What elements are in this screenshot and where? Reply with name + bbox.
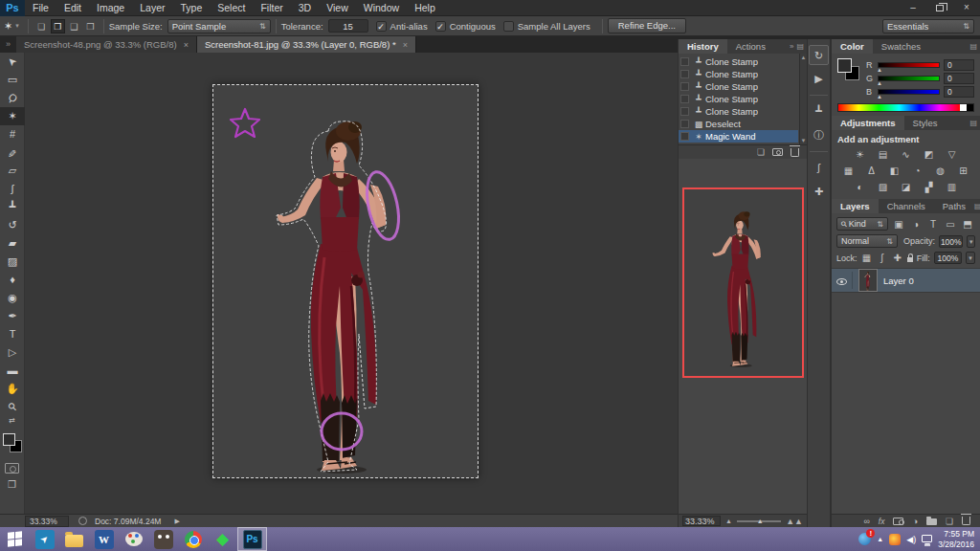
chevron-down-icon[interactable]: ▾ — [966, 252, 975, 264]
contiguous-checkbox[interactable]: ✓ — [435, 21, 446, 32]
tab-adjustments[interactable]: Adjustments — [832, 116, 904, 130]
history-state-clone-stamp[interactable]: ┻Clone Stamp — [679, 55, 798, 68]
actions-play-icon[interactable]: ▶ — [809, 69, 829, 89]
sample-all-layers-checkbox[interactable] — [503, 21, 514, 32]
quick-mask-icon[interactable] — [5, 463, 19, 474]
slider-thumb[interactable]: ▲ — [877, 80, 882, 86]
taskbar-clock[interactable]: 7:55 PM 3/28/2016 — [938, 529, 974, 550]
delete-state-trash-icon[interactable] — [791, 148, 799, 157]
taskbar-app-file-explorer[interactable] — [59, 527, 89, 551]
blue-value-input[interactable]: 0 — [944, 86, 974, 98]
foreground-color-swatch[interactable] — [837, 58, 852, 73]
history-state-magic-wand[interactable]: ✶Magic Wand — [679, 130, 798, 143]
blue-slider[interactable]: ▲ — [878, 89, 940, 95]
status-options-arrow-icon[interactable]: ▶ — [174, 518, 179, 525]
tab-actions[interactable]: Actions — [727, 39, 774, 54]
color-lookup-icon[interactable]: ⊞ — [956, 165, 970, 177]
eyedropper-tool-icon[interactable]: ✐ — [0, 143, 25, 162]
info-icon[interactable]: ⓘ — [809, 125, 829, 145]
menu-type[interactable]: Type — [172, 0, 210, 16]
photo-filter-icon[interactable]: ◔ — [910, 165, 924, 177]
menu-select[interactable]: Select — [210, 0, 253, 16]
black-white-icon[interactable]: ◧ — [887, 165, 902, 177]
hidden-icons-arrow-icon[interactable]: ▲ — [877, 536, 883, 542]
document-canvas[interactable] — [212, 84, 479, 478]
fill-input[interactable]: 100% — [934, 252, 963, 264]
slider-thumb[interactable]: ▲ — [877, 67, 882, 73]
intersect-selection-icon[interactable]: ❒ — [83, 19, 98, 33]
status-zoom-input[interactable]: 33.33% — [25, 516, 69, 527]
history-state-clone-stamp[interactable]: ┻Clone Stamp — [679, 93, 798, 105]
network-monitor-icon[interactable] — [922, 535, 932, 542]
tool-preset-picker[interactable]: ✶ ▾ — [0, 20, 23, 33]
restore-icon[interactable] — [926, 0, 953, 15]
navigator-zoom-input[interactable]: 33.33% — [682, 516, 721, 526]
threshold-icon[interactable]: ◪ — [899, 181, 913, 193]
history-source-well[interactable] — [680, 107, 689, 116]
path-selection-tool-icon[interactable]: ▷ — [0, 343, 25, 362]
brush-tool-icon[interactable]: ʃ — [0, 180, 25, 198]
menu-image[interactable]: Image — [89, 0, 132, 16]
tab-styles[interactable]: Styles — [904, 116, 947, 130]
slider-thumb[interactable]: ▲ — [877, 94, 882, 99]
spot-healing-brush-tool-icon[interactable]: ▱ — [0, 162, 25, 180]
history-source-well[interactable] — [680, 70, 689, 78]
green-value-input[interactable]: 0 — [944, 73, 974, 84]
new-layer-icon[interactable]: ❏ — [946, 517, 953, 526]
swap-colors-icon[interactable]: ⇄ — [0, 416, 24, 426]
dodge-tool-icon[interactable]: ◉ — [0, 289, 25, 307]
canvas-pasteboard[interactable] — [25, 53, 678, 514]
clone-stamp-tool-icon[interactable]: ┻ — [0, 198, 25, 216]
posterize-icon[interactable]: ▨ — [876, 181, 890, 193]
sample-size-dropdown[interactable]: Point Sample ⇅ — [167, 19, 271, 33]
taskbar-app-paint[interactable] — [119, 527, 148, 551]
tab-screenshot-81[interactable]: Screenshot-81.jpg @ 33.3% (Layer 0, RGB/… — [197, 36, 416, 53]
start-button[interactable] — [0, 527, 30, 551]
taskbar-app-gimp[interactable] — [148, 527, 178, 551]
hue-saturation-icon[interactable]: ▦ — [841, 165, 856, 177]
link-layers-icon[interactable]: ∞ — [863, 517, 869, 526]
scroll-down-icon[interactable]: ▼ — [801, 138, 807, 143]
panel-menu-icon[interactable]: ▤ — [974, 202, 980, 210]
navigator-proxy-view[interactable] — [682, 187, 804, 378]
taskbar-app-chrome[interactable] — [178, 527, 208, 551]
opacity-input[interactable]: 100% — [939, 235, 963, 248]
lock-all-icon[interactable] — [907, 257, 913, 262]
panel-menu-icon[interactable]: ▤ — [969, 119, 977, 127]
delete-layer-trash-icon[interactable] — [962, 517, 970, 525]
move-tool-icon[interactable]: ➤ — [0, 53, 25, 71]
clone-source-icon[interactable]: ┻ — [809, 101, 829, 121]
menu-help[interactable]: Help — [407, 0, 443, 16]
security-tray-icon[interactable] — [889, 534, 901, 545]
tab-paths[interactable]: Paths — [934, 199, 974, 213]
type-tool-icon[interactable]: T — [0, 325, 25, 343]
selective-color-icon[interactable]: ▥ — [945, 181, 959, 193]
close-icon[interactable]: × — [953, 0, 980, 15]
blend-mode-dropdown[interactable]: Normal ⇅ — [836, 234, 898, 248]
refine-edge-button[interactable]: Refine Edge... — [608, 18, 686, 33]
add-mask-icon[interactable] — [893, 518, 903, 525]
history-state-clone-stamp[interactable]: ┻Clone Stamp — [679, 80, 798, 93]
layer-style-fx-icon[interactable]: fx — [879, 517, 885, 526]
taskbar-app-photoshop[interactable]: Ps — [237, 527, 267, 551]
alert-tray-icon[interactable] — [858, 533, 871, 545]
channel-mixer-icon[interactable]: ◍ — [933, 165, 947, 177]
hand-tool-icon[interactable]: ✋ — [0, 380, 25, 398]
history-state-clone-stamp[interactable]: ┻Clone Stamp — [679, 105, 798, 118]
menu-view[interactable]: View — [319, 0, 356, 16]
tab-overflow-icon[interactable]: » — [0, 36, 16, 53]
history-state-deselect[interactable]: ▩Deselect — [679, 118, 798, 130]
lock-transparent-icon[interactable]: ▦ — [861, 253, 873, 263]
history-source-well[interactable] — [680, 132, 689, 141]
foreground-color-swatch[interactable] — [3, 433, 15, 446]
vibrance-icon[interactable]: ▽ — [945, 148, 959, 161]
red-slider[interactable]: ▲ — [878, 62, 940, 68]
green-slider[interactable]: ▲ — [878, 76, 940, 81]
slider-thumb[interactable]: ▲ — [757, 518, 764, 524]
navigator-zoom-slider[interactable]: ▲ — [737, 520, 781, 522]
eraser-tool-icon[interactable]: ▰ — [0, 234, 25, 253]
tab-history[interactable]: History — [679, 39, 727, 54]
color-spectrum-ramp[interactable] — [837, 103, 974, 112]
minimize-icon[interactable]: – — [900, 0, 926, 15]
brightness-contrast-icon[interactable]: ☀ — [853, 148, 867, 161]
